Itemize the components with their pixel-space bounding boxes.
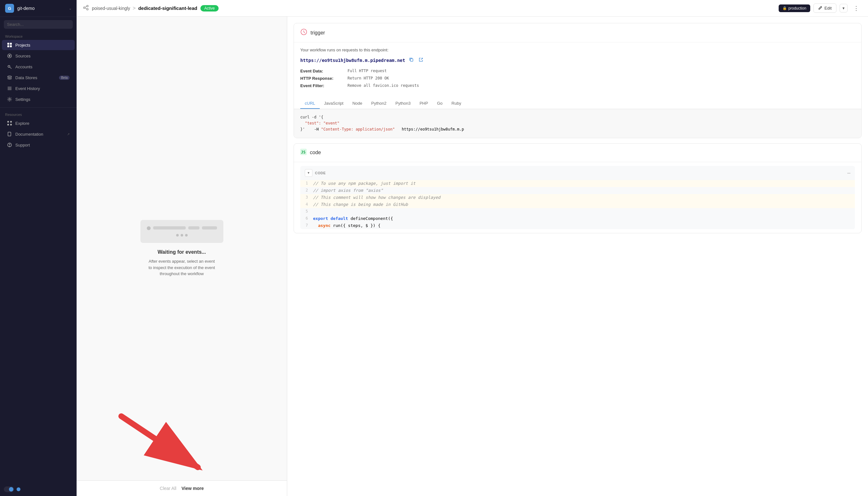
line-content-5	[313, 208, 855, 215]
tab-ruby[interactable]: Ruby	[447, 98, 465, 109]
tab-go[interactable]: Go	[432, 98, 447, 109]
content-area: Waiting for events... After events appea…	[77, 17, 868, 496]
sidebar-bottom	[0, 483, 77, 496]
sidebar-item-projects[interactable]: Projects	[2, 40, 75, 50]
placeholder-dot-2	[180, 234, 183, 236]
svg-rect-13	[7, 121, 9, 123]
waiting-desc: After events appear, select an eventto i…	[148, 258, 215, 277]
svg-rect-0	[7, 43, 9, 45]
code-line-2: "test": "event"	[300, 120, 855, 126]
sidebar: G git-demo ⌄ Workspace Projects Sources …	[0, 0, 77, 496]
explore-icon	[7, 121, 12, 126]
clear-all-button[interactable]: Clear All	[160, 486, 176, 491]
copy-url-button[interactable]	[408, 57, 415, 63]
edit-button[interactable]: Edit	[814, 3, 836, 13]
sidebar-item-label: Explore	[15, 121, 29, 126]
open-url-button[interactable]	[417, 57, 424, 63]
sidebar-item-event-history[interactable]: Event History	[2, 83, 75, 94]
code-collapse-button[interactable]: ▾	[305, 169, 312, 177]
minus-icon[interactable]: –	[847, 170, 850, 176]
production-label: production	[789, 6, 806, 11]
placeholder-dot-1	[176, 234, 179, 236]
meta-row-event-data: Event Data: Full HTTP request	[300, 68, 855, 73]
svg-line-23	[85, 6, 86, 7]
sidebar-item-label: Event History	[15, 86, 40, 91]
meta-label-event-data: Event Data:	[300, 68, 345, 73]
tab-python3[interactable]: Python3	[391, 98, 415, 109]
search-container	[0, 17, 77, 32]
placeholder-line-medium	[153, 226, 186, 230]
waiting-area: Waiting for events... After events appea…	[77, 17, 287, 480]
sidebar-divider	[0, 107, 77, 108]
sidebar-item-label: Settings	[15, 97, 30, 102]
code-line-3: }' -H "Content-Type: application/json" h…	[300, 126, 855, 133]
edit-dropdown-button[interactable]: ▾	[840, 4, 848, 13]
tab-node[interactable]: Node	[348, 98, 367, 109]
svg-point-21	[87, 5, 89, 7]
trigger-meta: Event Data: Full HTTP request HTTP Respo…	[300, 68, 855, 88]
trigger-icon	[300, 28, 307, 37]
sidebar-item-documentation[interactable]: Documentation ↗	[2, 129, 75, 139]
line-number-4: 4	[300, 201, 313, 208]
svg-point-19	[10, 146, 10, 146]
sidebar-item-accounts[interactable]: Accounts	[2, 62, 75, 72]
svg-point-6	[8, 65, 10, 67]
workspace-label: Workspace	[0, 32, 77, 40]
placeholder-lines	[147, 226, 217, 230]
placeholder-dot-sm	[147, 226, 151, 230]
topbar: poised-usual-kingly > dedicated-signific…	[77, 0, 868, 17]
meta-row-http-response: HTTP Response: Return HTTP 200 OK	[300, 76, 855, 81]
search-input[interactable]	[4, 20, 73, 29]
svg-rect-3	[10, 45, 12, 47]
endpoint-url-text: https://eo9tsu1hjbw8ufm.m.pipedream.net	[300, 58, 405, 63]
code-editor: 1 // To use any npm package, just import…	[300, 180, 855, 230]
more-icon: ⋮	[853, 5, 859, 12]
left-panel: Waiting for events... After events appea…	[77, 17, 287, 496]
sidebar-item-settings[interactable]: Settings	[2, 94, 75, 104]
edit-label: Edit	[825, 6, 832, 11]
meta-value-http-response: Return HTTP 200 OK	[348, 76, 389, 81]
code-card-title: code	[310, 150, 321, 155]
breadcrumb-separator: >	[133, 5, 136, 11]
chevron-down-icon: ▾	[842, 6, 845, 11]
svg-point-5	[9, 55, 10, 57]
theme-toggle[interactable]	[4, 486, 14, 492]
code-line-row-2: 2 // import axios from "axios"	[300, 187, 855, 194]
view-more-button[interactable]: View more	[182, 486, 204, 491]
tab-python2[interactable]: Python2	[367, 98, 391, 109]
trigger-body: Your workflow runs on requests to this e…	[294, 43, 861, 98]
tab-curl[interactable]: cURL	[300, 98, 320, 109]
tab-php[interactable]: PHP	[415, 98, 433, 109]
line-number-6: 6	[300, 215, 313, 222]
right-panel: trigger Your workflow runs on requests t…	[287, 17, 868, 496]
sidebar-item-support[interactable]: Support	[2, 140, 75, 150]
line-content-2: // import axios from "axios"	[313, 187, 855, 194]
sidebar-item-explore[interactable]: Explore	[2, 118, 75, 128]
grid-icon	[7, 43, 12, 48]
gear-icon	[7, 97, 12, 102]
external-link-icon: ↗	[67, 133, 69, 136]
code-section-label: CODE	[315, 171, 326, 175]
tab-javascript[interactable]: JavaScript	[320, 98, 348, 109]
svg-point-20	[84, 7, 85, 8]
breadcrumb-parent[interactable]: poised-usual-kingly	[92, 6, 130, 11]
more-options-button[interactable]: ⋮	[851, 3, 862, 13]
production-badge[interactable]: 🔒 production	[779, 4, 810, 12]
status-badge: Active	[201, 5, 219, 12]
app-dropdown-icon[interactable]: ⌄	[69, 7, 72, 10]
meta-label-event-filter: Event Filter:	[300, 83, 345, 88]
sidebar-item-sources[interactable]: Sources	[2, 51, 75, 61]
sidebar-item-label: Projects	[15, 43, 30, 48]
sidebar-item-data-stores[interactable]: Data Stores Beta	[2, 73, 75, 83]
sidebar-item-label: Accounts	[15, 64, 32, 69]
code-line-row-3: 3 // This comment will show how changes …	[300, 194, 855, 201]
line-number-5: 5	[300, 208, 313, 215]
svg-point-22	[87, 8, 89, 10]
left-panel-footer: Clear All View more	[77, 480, 287, 496]
trigger-card: trigger Your workflow runs on requests t…	[294, 23, 862, 138]
resources-label: Resources	[0, 110, 77, 118]
code-section-header: ▾ CODE –	[300, 166, 855, 180]
svg-rect-26	[410, 59, 413, 61]
code-card-header: JS code	[294, 144, 861, 162]
main: poised-usual-kingly > dedicated-signific…	[77, 0, 868, 496]
